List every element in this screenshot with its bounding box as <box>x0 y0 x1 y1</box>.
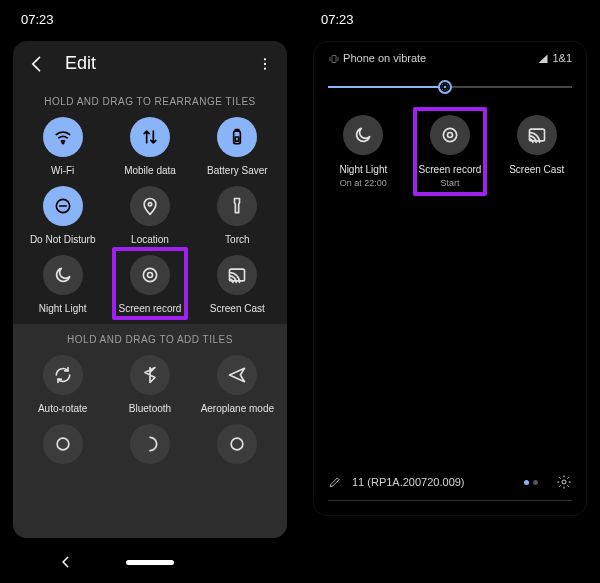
tile-night-light[interactable]: Night Light <box>19 255 106 314</box>
divider <box>328 500 572 501</box>
back-icon[interactable] <box>27 54 47 74</box>
battery-icon <box>217 117 257 157</box>
svg-rect-15 <box>332 56 336 63</box>
tile-screen-record[interactable]: Screen recordStart <box>407 115 494 190</box>
tile-screen-cast[interactable]: Screen Cast <box>194 255 281 314</box>
swap-icon <box>130 117 170 157</box>
svg-point-0 <box>264 58 266 60</box>
tile-extra[interactable] <box>19 424 106 464</box>
tile-extra[interactable] <box>194 424 281 464</box>
active-tiles-grid: Wi-FiMobile dataBattery SaverDo Not Dist… <box>13 113 287 324</box>
plane-icon <box>217 355 257 395</box>
bluetooth-icon <box>130 355 170 395</box>
page-indicator <box>524 480 538 485</box>
tile-label: Bluetooth <box>129 403 171 414</box>
record-icon <box>130 255 170 295</box>
tile-sublabel: Start <box>440 178 459 188</box>
svg-point-10 <box>143 268 156 281</box>
navigation-bar <box>5 546 295 578</box>
tile-sublabel: On at 22:00 <box>340 178 387 188</box>
tile-wifi[interactable]: Wi-Fi <box>19 117 106 176</box>
edit-pencil-icon[interactable] <box>328 475 342 489</box>
nav-home-pill[interactable] <box>126 560 174 565</box>
tile-location[interactable]: Location <box>106 186 193 245</box>
svg-point-9 <box>148 203 151 206</box>
nav-back-icon[interactable] <box>59 555 73 569</box>
build-label: 11 (RP1A.200720.009) <box>352 476 465 488</box>
slider-fill <box>328 86 445 88</box>
page-title: Edit <box>65 53 257 74</box>
tile-battery-saver[interactable]: Battery Saver <box>194 117 281 176</box>
moon-icon <box>343 115 383 155</box>
dnd-icon <box>43 186 83 226</box>
svg-point-14 <box>231 438 243 450</box>
tile-label: Battery Saver <box>207 165 268 176</box>
svg-rect-5 <box>236 130 239 132</box>
tile-extra[interactable] <box>106 424 193 464</box>
tile-label: Aeroplane mode <box>201 403 274 414</box>
add-tiles-grid-row2 <box>13 424 287 474</box>
slider-thumb[interactable] <box>438 80 452 94</box>
signal-icon <box>537 53 549 65</box>
svg-point-26 <box>447 133 452 138</box>
carrier-status: 1&1 <box>537 52 572 65</box>
torch-icon <box>217 186 257 226</box>
tile-dnd[interactable]: Do Not Disturb <box>19 186 106 245</box>
overflow-menu-icon[interactable] <box>257 56 273 72</box>
qs-panel: Phone on vibrate 1&1 Night LightOn at 22… <box>313 41 587 516</box>
status-bar: 07:23 <box>305 5 595 33</box>
tile-label: Night LightOn at 22:00 <box>339 163 387 190</box>
background-blur <box>305 524 595 578</box>
tile-label: Screen record <box>119 303 182 314</box>
ringer-status: Phone on vibrate <box>328 52 426 65</box>
tile-label: Torch <box>225 234 249 245</box>
moon-icon <box>43 255 83 295</box>
tile-night-light[interactable]: Night LightOn at 22:00 <box>320 115 407 190</box>
tile-bluetooth[interactable]: Bluetooth <box>106 355 193 414</box>
qs-edit-panel: Edit HOLD AND DRAG TO REARRANGE TILES Wi… <box>13 41 287 538</box>
page-dot <box>533 480 538 485</box>
svg-rect-6 <box>236 137 239 141</box>
tile-mobile-data[interactable]: Mobile data <box>106 117 193 176</box>
rearrange-label: HOLD AND DRAG TO REARRANGE TILES <box>13 86 287 113</box>
svg-point-1 <box>264 62 266 64</box>
wifi-icon <box>43 117 83 157</box>
settings-gear-icon[interactable] <box>556 474 572 490</box>
svg-line-23 <box>442 89 443 90</box>
svg-point-28 <box>562 480 566 484</box>
brightness-slider[interactable] <box>328 77 572 97</box>
rotate-icon <box>43 355 83 395</box>
tile-label: Wi-Fi <box>51 165 74 176</box>
qs-top-row: Phone on vibrate 1&1 <box>314 42 586 71</box>
status-time: 07:23 <box>321 12 354 27</box>
tile-label: Auto-rotate <box>38 403 87 414</box>
phone-right-quicksettings: 07:23 Phone on vibrate 1&1 Night LightOn… <box>305 5 595 578</box>
add-tiles-grid: Auto-rotateBluetoothAeroplane mode <box>13 351 287 424</box>
svg-point-13 <box>57 438 69 450</box>
cast-icon <box>517 115 557 155</box>
edit-header: Edit <box>13 41 287 86</box>
tile-aeroplane[interactable]: Aeroplane mode <box>194 355 281 414</box>
build-row: 11 (RP1A.200720.009) <box>328 474 572 490</box>
svg-line-21 <box>442 84 443 85</box>
qs-footer: 11 (RP1A.200720.009) <box>314 464 586 515</box>
pin-icon <box>130 186 170 226</box>
tile-screen-cast[interactable]: Screen Cast <box>493 115 580 190</box>
status-time: 07:23 <box>21 12 54 27</box>
tile-auto-rotate[interactable]: Auto-rotate <box>19 355 106 414</box>
tile-screen-record[interactable]: Screen record <box>106 255 193 314</box>
svg-point-25 <box>443 128 456 141</box>
svg-point-11 <box>147 273 152 278</box>
tile-label: Do Not Disturb <box>30 234 96 245</box>
tile-label: Mobile data <box>124 165 176 176</box>
cast-icon <box>217 255 257 295</box>
record-icon <box>430 115 470 155</box>
brightness-icon <box>441 83 449 91</box>
svg-line-24 <box>447 84 448 85</box>
tile-torch[interactable]: Torch <box>194 186 281 245</box>
phone-left-edit: 07:23 Edit HOLD AND DRAG TO REARRANGE TI… <box>5 5 295 578</box>
page-dot <box>524 480 529 485</box>
svg-line-22 <box>447 89 448 90</box>
vibrate-label: Phone on vibrate <box>343 52 426 64</box>
tile-label: Night Light <box>39 303 87 314</box>
